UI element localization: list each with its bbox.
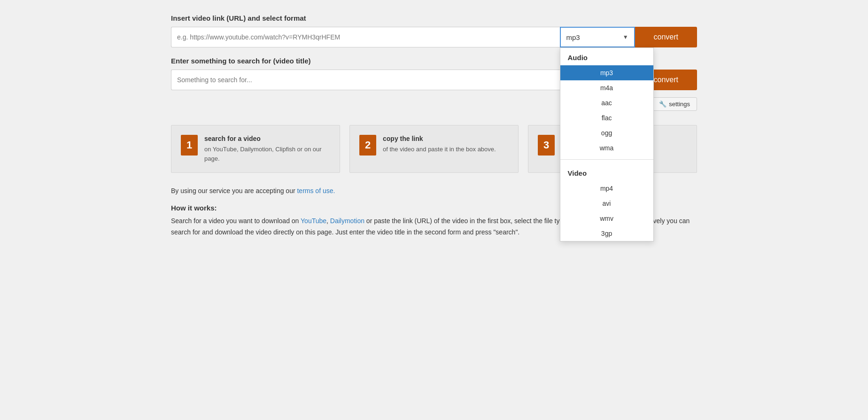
dropdown-item-3gp[interactable]: 3gp xyxy=(560,226,653,241)
step-number-2: 2 xyxy=(359,135,376,156)
selected-format-label: mp3 xyxy=(566,33,580,41)
format-select-wrapper: mp3 ▼ Audio mp3 m4a aac flac ogg wma Vid… xyxy=(560,27,635,47)
step-description-2: of the video and paste it in the box abo… xyxy=(383,145,496,154)
dropdown-item-avi[interactable]: avi xyxy=(560,196,653,211)
main-container: Insert video link (URL) and select forma… xyxy=(152,0,716,420)
search-input[interactable] xyxy=(171,70,596,90)
dropdown-item-flac[interactable]: flac xyxy=(560,110,653,125)
url-section-label: Insert video link (URL) and select forma… xyxy=(171,14,697,22)
dropdown-item-wmv[interactable]: wmv xyxy=(560,211,653,226)
dropdown-item-aac[interactable]: aac xyxy=(560,95,653,110)
format-dropdown: Audio mp3 m4a aac flac ogg wma Video mp4… xyxy=(560,47,654,241)
dropdown-item-wma[interactable]: wma xyxy=(560,140,653,156)
convert-button[interactable]: convert xyxy=(635,27,697,47)
step-number-1: 1 xyxy=(181,135,198,156)
settings-button[interactable]: 🔧 settings xyxy=(652,97,697,111)
format-select[interactable]: mp3 ▼ xyxy=(560,27,635,47)
comma: , xyxy=(326,217,330,225)
step-description-1: on YouTube, Dailymotion, Clipfish or on … xyxy=(204,145,330,163)
dropdown-item-m4a[interactable]: m4a xyxy=(560,80,653,95)
dropdown-arrow-icon: ▼ xyxy=(623,34,628,40)
youtube-link[interactable]: YouTube xyxy=(301,217,326,225)
dropdown-divider xyxy=(560,159,653,160)
step-card-1: 1 search for a video on YouTube, Dailymo… xyxy=(171,125,340,173)
how-text-1: Search for a video you want to download … xyxy=(171,217,301,225)
audio-group-label: Audio xyxy=(560,48,653,65)
step-title-1: search for a video xyxy=(204,135,330,142)
terms-text: By using our service you are accepting o… xyxy=(171,187,297,194)
step-number-3: 3 xyxy=(538,135,555,156)
url-row: mp3 ▼ Audio mp3 m4a aac flac ogg wma Vid… xyxy=(171,27,697,47)
wrench-icon: 🔧 xyxy=(659,101,666,108)
video-group-label: Video xyxy=(560,163,653,181)
dropdown-item-mp4[interactable]: mp4 xyxy=(560,181,653,196)
step-content-1: search for a video on YouTube, Dailymoti… xyxy=(204,135,330,163)
settings-label: settings xyxy=(669,101,690,108)
step-title-2: copy the link xyxy=(383,135,496,142)
step-content-2: copy the link of the video and paste it … xyxy=(383,135,496,154)
dropdown-item-ogg[interactable]: ogg xyxy=(560,125,653,140)
terms-link[interactable]: terms of use. xyxy=(297,187,335,194)
url-input[interactable] xyxy=(171,27,560,47)
dailymotion-link[interactable]: Dailymotion xyxy=(330,217,364,225)
dropdown-item-mp3[interactable]: mp3 xyxy=(560,65,653,80)
step-card-2: 2 copy the link of the video and paste i… xyxy=(349,125,519,173)
